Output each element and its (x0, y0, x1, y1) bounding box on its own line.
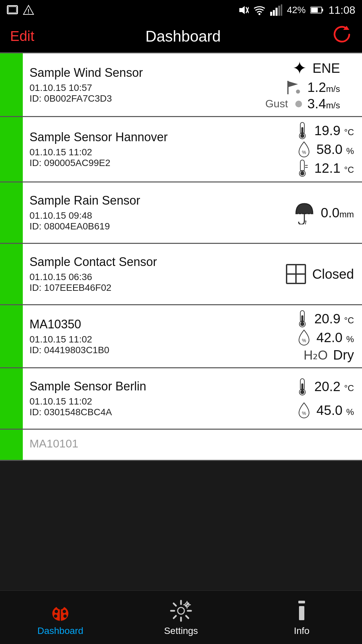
svg-point-24 (300, 134, 304, 138)
dewpoint-value: 12.1 °C (314, 161, 354, 176)
sensor-info: Sample Sensor Hannover 01.10.15 11:02 ID… (23, 117, 248, 181)
humidity-value: 58.0 % (316, 142, 354, 157)
svg-rect-13 (281, 4, 282, 16)
status-bar: ! 42% 11:08 (0, 0, 362, 20)
svg-line-69 (174, 616, 176, 618)
humidity-icon: % (297, 141, 311, 158)
top-bar: Edit Dashboard (0, 20, 362, 52)
svg-point-55 (54, 614, 57, 618)
svg-line-68 (186, 603, 188, 606)
wifi-icon (253, 4, 265, 16)
sensor-readings: 20.9 °C % 42.0 % H₂O Dry (248, 305, 362, 367)
humidity-icon: % (297, 329, 311, 346)
bottom-nav: Dashboard Settings (0, 590, 362, 644)
sensor-card-berlin[interactable]: Sample Sensor Berlin 01.10.15 11:02 ID: … (0, 368, 362, 429)
gust-dot-icon (295, 101, 302, 107)
svg-line-66 (174, 603, 176, 606)
sensor-card-hannover[interactable]: Sample Sensor Hannover 01.10.15 11:02 ID… (0, 117, 362, 181)
water-h2o-label: H₂O (304, 348, 328, 363)
temperature-row: 20.2 °C (251, 378, 354, 395)
nav-item-dashboard[interactable]: Dashboard (0, 599, 121, 636)
temperature-value: 20.9 °C (314, 311, 354, 326)
wind-gust-value: 3.4m/s (307, 96, 340, 111)
nav-dashboard-label: Dashboard (38, 626, 83, 636)
svg-line-67 (186, 616, 188, 618)
sensor-info: MA10101 (23, 430, 362, 460)
sensor-name: Sample Sensor Hannover (29, 130, 241, 144)
temperature-value: 19.9 °C (314, 123, 354, 138)
dewpoint-row: 12.1 °C (251, 159, 354, 177)
sensor-status-indicator (0, 53, 23, 116)
thermometer-icon (296, 310, 309, 327)
sensor-name: Sample Sensor Berlin (29, 379, 241, 393)
water-state-value: Dry (333, 347, 354, 363)
refresh-button[interactable] (332, 24, 352, 48)
sensor-card-rain[interactable]: Sample Rain Sensor 01.10.15 09:48 ID: 08… (0, 182, 362, 243)
svg-rect-75 (298, 601, 305, 603)
battery-icon (310, 6, 324, 14)
sensor-id: ID: 0301548CBC4A (29, 407, 241, 418)
temperature-row: 20.9 °C (251, 310, 354, 327)
humidity-icon: % (297, 401, 311, 419)
svg-rect-15 (322, 9, 323, 11)
svg-point-20 (296, 90, 300, 94)
status-right-icons: 42% 11:08 (237, 4, 355, 16)
svg-point-28 (300, 171, 304, 175)
wind-speed-row: 1.2m/s (265, 79, 340, 95)
svg-point-54 (63, 610, 66, 613)
umbrella-icon: J (293, 201, 315, 224)
contact-row: Closed (251, 263, 354, 285)
sensor-readings: Closed (248, 244, 362, 304)
sensor-datetime: 01.10.15 11:02 (29, 334, 241, 345)
nav-settings-label: Settings (164, 626, 198, 636)
svg-rect-76 (299, 606, 304, 620)
svg-text:!: ! (27, 8, 29, 15)
svg-point-8 (258, 13, 260, 15)
compass-icon: ✦ (292, 58, 307, 78)
nav-item-settings[interactable]: Settings (121, 599, 241, 636)
sensor-id: ID: 08004EA0B619 (29, 221, 241, 232)
svg-rect-12 (278, 6, 280, 16)
svg-point-61 (178, 607, 184, 614)
status-left-icons: ! (7, 4, 34, 16)
sensor-status-indicator (0, 117, 23, 181)
svg-rect-9 (270, 12, 272, 16)
svg-point-53 (55, 610, 58, 613)
sensor-name: MA10350 (29, 317, 241, 331)
sensor-status-indicator (0, 244, 23, 304)
sensor-readings: 20.2 °C % 45.0 % (248, 368, 362, 429)
sensor-id: ID: 090005AC99E2 (29, 158, 241, 168)
sensor-card-wind[interactable]: Sample Wind Sensor 01.10.15 10:57 ID: 0B… (0, 53, 362, 116)
temperature-value: 20.2 °C (314, 379, 354, 394)
sensor-id: ID: 107EEEB46F02 (29, 282, 241, 293)
svg-rect-2 (8, 7, 16, 13)
sensor-id: ID: 0B002FA7C3D3 (29, 93, 241, 104)
temperature-row: 19.9 °C (251, 122, 354, 139)
svg-point-43 (300, 322, 304, 326)
sensor-status-indicator (0, 368, 23, 429)
gear-icon (169, 599, 193, 623)
refresh-icon (332, 24, 352, 45)
warning-icon: ! (23, 4, 34, 16)
humidity-value: 42.0 % (316, 330, 354, 345)
thermometer-icon (296, 122, 309, 139)
svg-marker-19 (288, 81, 298, 87)
ladybug-icon (48, 599, 72, 623)
edit-button[interactable]: Edit (10, 28, 34, 44)
wind-flag-icon (285, 79, 302, 95)
humidity-row: % 42.0 % (251, 329, 354, 346)
svg-text:%: % (302, 338, 306, 343)
wind-speed-value: 1.2m/s (307, 80, 340, 95)
nav-item-info[interactable]: Info (241, 599, 362, 636)
svg-marker-5 (239, 6, 245, 14)
sensor-card-ma10101[interactable]: MA10101 (0, 430, 362, 460)
screenshot-icon (7, 4, 18, 16)
sensor-status-indicator (0, 430, 23, 460)
sensor-datetime: 01.10.15 06:36 (29, 272, 241, 282)
rain-value: 0.0mm (321, 205, 354, 220)
wind-direction-value: ENE (312, 61, 340, 76)
sensor-card-contact[interactable]: Sample Contact Sensor 01.10.15 06:36 ID:… (0, 244, 362, 304)
sensor-card-ma10350[interactable]: MA10350 01.10.15 11:02 ID: 04419803C1B0 … (0, 305, 362, 367)
svg-text:%: % (302, 150, 306, 155)
humidity-row: % 45.0 % (251, 401, 354, 419)
